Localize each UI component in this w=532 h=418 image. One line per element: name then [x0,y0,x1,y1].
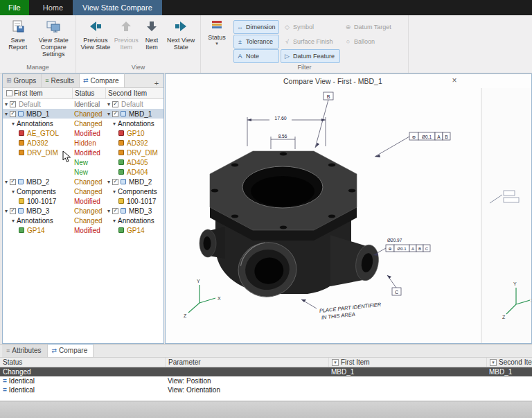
expand-toggle[interactable]: ▾ [12,121,15,127]
orientation-triad[interactable]: Y X Z [184,279,221,318]
first-item-filter-icon[interactable]: ▾ [332,359,339,366]
next-view-state-button[interactable]: Next View State [163,17,198,53]
tree-row[interactable]: NewAD404 [3,167,163,177]
add-panel-button[interactable]: + [152,79,161,87]
status-filter-button[interactable]: Status ▾ [203,17,231,48]
expand-toggle[interactable]: ▾ [12,218,15,224]
tree-row[interactable]: 100-1017Modified100-1017 [3,196,163,206]
tree-row[interactable]: ▾✓MBD_1Changed▾✓MBD_1 [3,109,163,119]
tree-item-label: Annotations [17,120,53,128]
svg-text:Ø0.1: Ø0.1 [422,134,432,139]
expand-toggle[interactable]: ▾ [113,189,116,195]
filter-toggle-icon: ○ [344,38,352,45]
tree-row[interactable]: GP14ModifiedGP14 [3,225,163,235]
status-dropdown-arrow-icon: ▾ [215,42,218,46]
second-item-filter-icon[interactable]: ▾ [490,359,497,366]
row-checkbox[interactable]: ✓ [112,179,118,185]
tree-row[interactable]: ▾AnnotationsChanged▾Annotations [3,216,163,225]
tree-row[interactable]: DRV_DIMModifiedDRV_DIM [3,148,163,157]
viewport-canvas[interactable]: 17.60 8.56 B [166,88,532,344]
tree-row[interactable]: ▾✓MBD_3Changed▾✓MBD_3 [3,206,163,216]
svg-text:17.60: 17.60 [274,116,287,121]
row-checkbox[interactable]: ✓ [10,101,16,107]
expand-toggle[interactable]: ▾ [113,121,116,127]
tree-row[interactable]: AD392HiddenAD392 [3,138,163,148]
groups-tab-label: Groups [14,77,37,85]
ribbon-empty-space [409,15,532,73]
part-identifier-note[interactable]: PLACE PART IDENTIFIER IN THIS AREA [319,302,382,321]
expand-toggle[interactable]: ▾ [107,208,110,214]
filter-toggle-icon: ± [236,38,244,45]
second-view-sliver[interactable]: Y X Z [481,88,532,344]
tab-bottom-compare[interactable]: ⇄ Compare [48,344,94,357]
row-checkbox[interactable]: ✓ [112,111,118,117]
tree-row[interactable]: AE_GTOLModifiedGP10 [3,128,163,138]
previous-view-state-button[interactable]: Previous View State [78,17,113,53]
results-tab-icon: ≡ [45,77,48,84]
tab-attributes[interactable]: ≡ Attributes [2,345,48,357]
previous-item-label: Previous Item [114,37,139,51]
second-item-header: Second Item [499,358,532,366]
tree-row[interactable]: ▾AnnotationsChanged▾Annotations [3,119,163,128]
graphics-viewport[interactable]: Compare View - First - MBD_1 × [165,73,532,344]
tree-row[interactable]: NewAD405 [3,157,163,167]
save-report-button[interactable]: Save Report [2,17,33,53]
tab-file[interactable]: File [0,0,29,15]
row-checkbox[interactable]: ✓ [10,111,16,117]
tree-row[interactable]: ▾✓DefaultIdentical▾✓Default [3,99,163,109]
tree-item-label: MBD_2 [129,178,152,186]
filter-toggle-datum-feature[interactable]: ▷Datum Feature [281,49,340,63]
expand-toggle[interactable]: ▾ [5,111,8,117]
expand-toggle[interactable]: ▾ [107,101,110,107]
tab-results[interactable]: ≡ Results [42,74,80,87]
part-3d-model[interactable] [200,151,381,302]
compare-result-row[interactable]: =IdenticalView: Orientation [0,385,532,394]
row-checkbox[interactable]: ✓ [112,101,118,107]
flag-orange-icon [19,140,24,146]
filter-toggle-balloon[interactable]: ○Balloon [342,35,401,49]
svg-text:Ø0.1: Ø0.1 [397,247,407,251]
tree-row[interactable]: ▾ComponentsChanged▾Components [3,186,163,196]
bottom-results-panel: ≡ Attributes ⇄ Compare Status Parameter … [0,344,532,401]
expand-toggle[interactable]: ▾ [113,218,116,224]
tree-item-label: DRV_DIM [127,149,158,157]
expand-toggle[interactable]: ▾ [107,179,110,185]
expand-toggle[interactable]: ▾ [5,101,8,107]
close-view-icon[interactable]: × [450,76,459,85]
expand-toggle[interactable]: ▾ [5,179,8,185]
filter-toggle-surface-finish[interactable]: √Surface Finish [281,35,340,49]
previous-item-button[interactable]: Previous Item [113,17,140,53]
expand-toggle[interactable]: ▾ [107,111,110,117]
row-checkbox[interactable]: ✓ [10,208,16,214]
tree-row[interactable]: ▾✓MBD_2Changed▾✓MBD_2 [3,177,163,186]
tab-compare[interactable]: ⇄ Compare [80,73,125,87]
view-icon [121,208,126,214]
datum-c-label[interactable]: C [387,275,401,295]
compare-result-row[interactable]: =IdenticalView: Position [0,376,532,385]
dimension-8-56[interactable]: 8.56 [271,132,295,149]
tab-groups[interactable]: ⊞ Groups [3,74,42,87]
svg-text:Y: Y [197,279,200,284]
svg-text:Ø20.97: Ø20.97 [387,238,402,243]
tab-home[interactable]: Home [33,0,73,15]
filter-toggle-symbol[interactable]: ◇Symbol [281,20,340,34]
row-checkbox[interactable]: ✓ [10,179,16,185]
row-checkbox[interactable]: ✓ [112,208,118,214]
expand-toggle[interactable]: ▾ [12,189,15,195]
flag-orange-icon [118,140,124,146]
ribbon-group-filter: Status ▾ ↔Dimension◇Symbol⊕Datum Target±… [201,15,409,73]
next-item-button[interactable]: Next Item [140,17,164,53]
select-all-checkbox[interactable]: ✓ [6,90,12,96]
tab-view-state-compare[interactable]: View State Compare [73,0,162,15]
filter-toggle-tolerance[interactable]: ±Tolerance [233,35,279,49]
dimension-17-60[interactable]: 17.60 [247,114,326,146]
filter-toggle-note[interactable]: ANote [233,49,279,63]
compare-result-row[interactable]: ChangedMBD_1MBD_1 [0,367,532,376]
port-diameter-dimension[interactable]: Ø20.97 ⊕ Ø0.1 A B C [373,238,430,256]
expand-toggle[interactable]: ▾ [5,208,8,214]
view-state-compare-settings-button[interactable]: View State Compare Settings [33,17,73,60]
view-icon [18,111,24,116]
fcf-position-tolerance[interactable]: ⊕ Ø0.1 A B [375,132,450,157]
filter-toggle-dimension[interactable]: ↔Dimension [233,20,279,34]
filter-toggle-datum-target[interactable]: ⊕Datum Target [342,20,401,34]
